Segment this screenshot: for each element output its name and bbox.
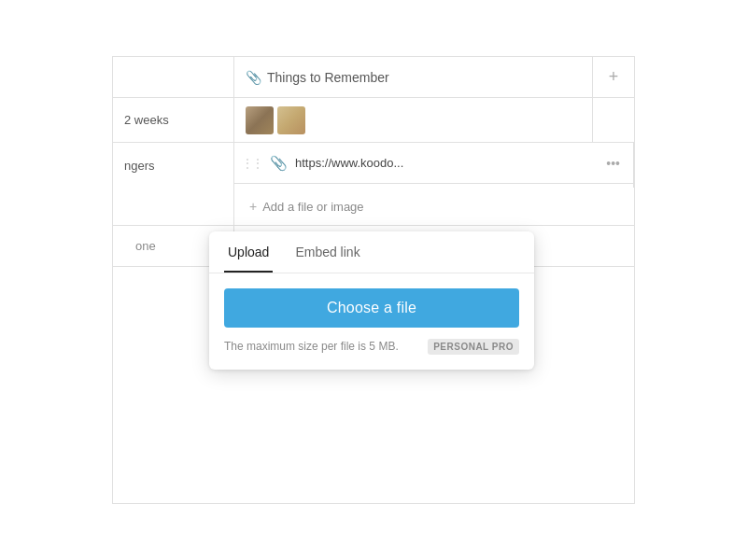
attachment-label-cell: ngers bbox=[113, 143, 234, 188]
column-header-title: 📎 Things to Remember bbox=[246, 70, 389, 85]
paperclip-icon: 📎 bbox=[246, 70, 261, 85]
empty-row-label: one bbox=[124, 239, 167, 253]
attachment-icon: 📎 bbox=[270, 155, 288, 172]
choose-file-button[interactable]: Choose a file bbox=[224, 288, 519, 328]
tab-embed-link[interactable]: Embed link bbox=[291, 231, 363, 273]
add-file-cell: + Add a file or image bbox=[234, 188, 634, 225]
table-row: 2 weeks bbox=[113, 98, 634, 143]
table-header-row: 📎 Things to Remember + bbox=[113, 57, 634, 98]
thumbnail-group bbox=[246, 106, 305, 134]
row-things-cell bbox=[234, 98, 593, 142]
attachment-things-cell: ⋮⋮ 📎 https://www.koodo... ••• bbox=[234, 143, 633, 188]
add-file-label[interactable]: Add a file or image bbox=[262, 200, 363, 214]
add-file-label-cell bbox=[113, 188, 234, 225]
header-label-cell bbox=[113, 57, 234, 97]
row-plus-cell bbox=[593, 98, 634, 142]
row-label-ngers: ngers bbox=[124, 159, 155, 173]
thumbnail-2[interactable] bbox=[277, 106, 305, 134]
more-options-icon[interactable]: ••• bbox=[600, 154, 626, 173]
file-info-row: The maximum size per file is 5 MB. PERSO… bbox=[224, 339, 519, 355]
attachment-url[interactable]: https://www.koodo... bbox=[295, 156, 593, 170]
header-plus-cell[interactable]: + bbox=[593, 57, 634, 97]
tab-content-upload: Choose a file The maximum size per file … bbox=[209, 273, 534, 370]
add-column-icon[interactable]: + bbox=[609, 67, 619, 87]
file-size-info: The maximum size per file is 5 MB. bbox=[224, 339, 420, 355]
table-row-attachment: ngers ⋮⋮ 📎 https://www.koodo... ••• + Ad… bbox=[113, 143, 634, 226]
row-label-cell: 2 weeks bbox=[113, 98, 234, 142]
header-things-cell: 📎 Things to Remember bbox=[234, 57, 593, 97]
add-file-row[interactable]: + Add a file or image bbox=[242, 188, 372, 225]
tab-bar: Upload Embed link bbox=[209, 231, 534, 273]
drag-handle-icon: ⋮⋮ bbox=[242, 157, 262, 170]
pro-badge[interactable]: PERSONAL PRO bbox=[428, 339, 519, 355]
thumbnail-1[interactable] bbox=[246, 106, 274, 134]
column-header-text: Things to Remember bbox=[267, 70, 389, 85]
upload-dropdown: Upload Embed link Choose a file The maxi… bbox=[209, 231, 534, 370]
row-label: 2 weeks bbox=[124, 113, 169, 127]
attachment-row: ⋮⋮ 📎 https://www.koodo... ••• bbox=[234, 143, 633, 184]
tab-upload[interactable]: Upload bbox=[224, 231, 273, 273]
add-file-plus-icon: + bbox=[249, 199, 257, 214]
